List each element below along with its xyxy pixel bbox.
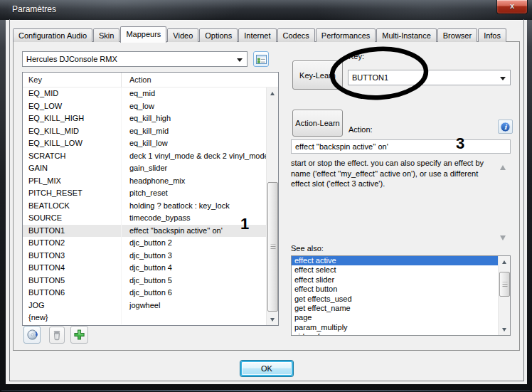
tab-bar: Configuration AudioSkinMappeursVideoOpti… <box>13 26 521 42</box>
action-label: Action: <box>349 125 373 134</box>
see-also-scrollbar[interactable] <box>498 256 510 335</box>
tab-browser[interactable]: Browser <box>437 28 477 42</box>
column-header-key[interactable]: Key <box>23 73 122 87</box>
cell-action: holding ? beatlock : key_lock <box>122 200 266 213</box>
list-item[interactable]: effect select <box>292 265 498 275</box>
table-row[interactable]: PITCH_RESETpitch_reset <box>23 187 266 200</box>
chevron-down-icon <box>237 58 243 65</box>
cell-key: BUTTON1 <box>23 225 122 238</box>
scroll-down-arrow-icon[interactable] <box>499 324 510 335</box>
cell-action: timecode_bypass <box>122 212 266 225</box>
cell-key: BUTTON3 <box>23 250 122 263</box>
cell-key: {new} <box>23 312 122 324</box>
list-item[interactable]: page <box>292 313 498 322</box>
list-item[interactable]: param_multiply <box>292 323 498 332</box>
table-row[interactable]: BUTTON6djc_button 6 <box>23 287 266 300</box>
reset-disc-icon <box>26 329 38 341</box>
see-also-list: effect activeeffect selecteffect slidere… <box>292 256 498 335</box>
table-row[interactable]: {new} <box>23 312 266 324</box>
table-row[interactable]: BUTTON1effect ''backspin active'' on' <box>23 225 266 238</box>
scroll-down-arrow-icon[interactable] <box>267 314 278 325</box>
table-row[interactable]: EQ_LOWeq_low <box>23 100 266 113</box>
table-row[interactable]: BEATLOCKholding ? beatlock : key_lock <box>23 200 266 213</box>
table-row[interactable]: PFL_MIXheadphone_mix <box>23 175 266 188</box>
cell-key: BUTTON4 <box>23 262 122 275</box>
key-combobox[interactable]: BUTTON1 <box>348 70 511 85</box>
key-combobox-value: BUTTON1 <box>349 73 388 82</box>
list-item[interactable]: effect button <box>292 285 498 294</box>
table-row[interactable]: BUTTON2djc_button 2 <box>23 237 266 250</box>
cell-key: EQ_KILL_MID <box>23 125 122 138</box>
cell-action: djc_button 6 <box>122 287 266 300</box>
tab-options[interactable]: Options <box>199 28 238 42</box>
device-selector-value: Hercules DJConsole RMX <box>23 55 117 63</box>
mapper-details-button[interactable] <box>253 51 269 67</box>
column-header-action[interactable]: Action <box>122 73 278 87</box>
scroll-up-arrow-icon[interactable] <box>499 256 510 267</box>
action-info-button[interactable]: i <box>498 120 513 134</box>
scrollbar-thumb[interactable] <box>499 272 510 297</box>
cell-action: djc_button 3 <box>122 250 266 263</box>
cell-action: eq_low <box>122 100 266 113</box>
mapper-table-body: EQ_MIDeq_midEQ_LOWeq_lowEQ_KILL_HIGHeq_k… <box>23 88 266 325</box>
action-help-text: start or stop the effect. you can also s… <box>291 158 496 189</box>
table-row[interactable]: EQ_KILL_LOWeq_kill_low <box>23 137 266 150</box>
table-row[interactable]: EQ_KILL_MIDeq_kill_mid <box>23 125 266 138</box>
cell-key: PITCH_RESET <box>23 187 122 200</box>
add-mapping-button[interactable] <box>70 326 88 344</box>
tab-skin[interactable]: Skin <box>93 28 119 42</box>
cell-key: JOG <box>23 300 122 312</box>
list-item[interactable]: get effects_used <box>292 295 498 304</box>
list-item[interactable]: video_fx <box>292 332 498 335</box>
table-row[interactable]: EQ_KILL_HIGHeq_kill_high <box>23 112 266 125</box>
table-row[interactable]: SOURCEtimecode_bypass <box>23 212 266 225</box>
scroll-up-arrow-icon[interactable] <box>267 88 278 99</box>
tab-codecs[interactable]: Codecs <box>277 28 315 42</box>
table-scrollbar[interactable] <box>266 88 278 325</box>
table-row[interactable]: JOGjogwheel <box>23 300 266 312</box>
table-row[interactable]: GAINgain_slider <box>23 162 266 175</box>
info-icon: i <box>500 122 511 132</box>
tab-configuration-audio[interactable]: Configuration Audio <box>13 28 92 42</box>
tab-video[interactable]: Video <box>167 28 198 42</box>
cell-key: EQ_LOW <box>23 100 122 113</box>
close-button[interactable]: x <box>496 0 528 14</box>
tab-performances[interactable]: Performances <box>316 28 376 42</box>
tab-internet[interactable]: Internet <box>238 28 276 42</box>
device-selector[interactable]: Hercules DJConsole RMX <box>22 51 248 67</box>
cell-key: BUTTON5 <box>23 275 122 287</box>
table-row[interactable]: BUTTON3djc_button 3 <box>23 250 266 263</box>
cell-key: EQ_KILL_LOW <box>23 137 122 150</box>
table-row[interactable]: EQ_MIDeq_mid <box>23 88 266 100</box>
cell-action: eq_mid <box>122 88 266 100</box>
tab-mappeurs[interactable]: Mappeurs <box>120 26 166 43</box>
table-row[interactable]: SCRATCHdeck 1 vinyl_mode & deck 2 vinyl_… <box>23 150 266 163</box>
cell-action: eq_kill_low <box>122 137 266 150</box>
reset-mapper-button[interactable] <box>23 326 41 344</box>
cell-key: PFL_MIX <box>23 175 122 188</box>
cell-key: BUTTON6 <box>23 287 122 300</box>
key-learn-button[interactable]: Key-Learn <box>292 60 343 90</box>
mapper-table: Key Action EQ_MIDeq_midEQ_LOWeq_lowEQ_KI… <box>22 72 279 326</box>
tab-multi-instance[interactable]: Multi-Instance <box>376 28 436 42</box>
cell-action <box>122 312 266 324</box>
table-row[interactable]: BUTTON4djc_button 4 <box>23 262 266 275</box>
cell-key: SCRATCH <box>23 150 122 163</box>
list-item[interactable]: effect active <box>292 256 498 265</box>
help-scroll-down-icon[interactable] <box>500 235 506 243</box>
action-input[interactable]: effect ''backspin active'' on' <box>291 139 511 154</box>
list-item[interactable]: get effect_name <box>292 304 498 313</box>
ok-button[interactable]: OK <box>240 361 293 376</box>
delete-mapping-button[interactable] <box>49 327 65 344</box>
help-scroll-up-icon[interactable] <box>500 162 506 170</box>
cell-action: djc_button 4 <box>122 262 266 275</box>
list-item[interactable]: effect slider <box>292 275 498 285</box>
cell-key: EQ_MID <box>23 88 122 100</box>
parametres-dialog: Paramètres x Configuration AudioSkinMapp… <box>0 0 532 392</box>
action-learn-button[interactable]: Action-Learn <box>292 110 343 137</box>
table-row[interactable]: BUTTON5djc_button 5 <box>23 275 266 287</box>
tab-infos[interactable]: Infos <box>478 28 506 42</box>
scrollbar-thumb[interactable] <box>267 182 278 312</box>
table-header[interactable]: Key Action <box>23 73 278 88</box>
cell-action: deck 1 vinyl_mode & deck 2 vinyl_mode <box>122 150 266 163</box>
